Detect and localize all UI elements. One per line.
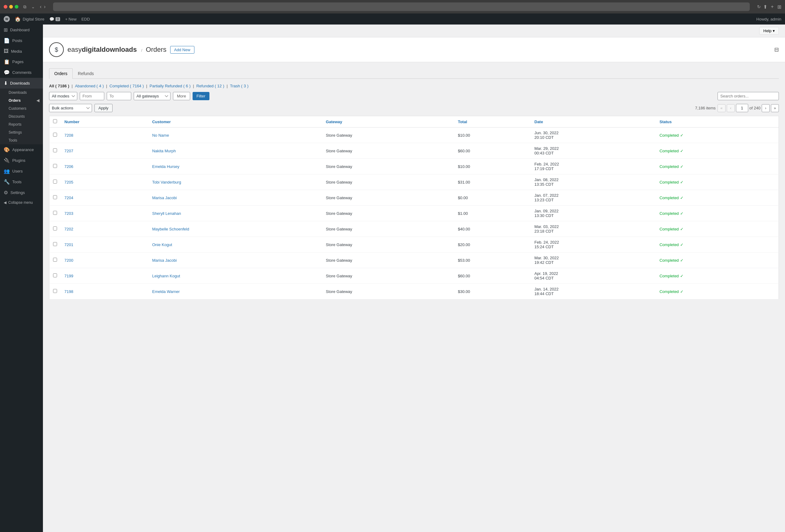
sidebar-item-users[interactable]: 👥 Users: [0, 166, 43, 177]
add-new-button[interactable]: Add New: [170, 46, 195, 54]
filter-button[interactable]: Filter: [193, 92, 209, 100]
col-header-date: Date: [531, 116, 656, 128]
row-checkbox[interactable]: [53, 211, 57, 215]
order-number-link[interactable]: 7208: [65, 133, 73, 138]
order-number-link[interactable]: 7199: [65, 274, 73, 278]
search-input[interactable]: [717, 92, 779, 100]
filter-all[interactable]: All (7186): [49, 84, 69, 88]
order-number-link[interactable]: 7207: [65, 149, 73, 153]
row-checkbox[interactable]: [53, 242, 57, 246]
filter-completed[interactable]: Completed (7164): [109, 84, 144, 88]
sidebar-sub-reports[interactable]: Reports: [0, 121, 43, 128]
customer-link[interactable]: Marisa Jacobi: [152, 258, 177, 263]
sidebar-sub-orders[interactable]: Orders ◀: [0, 97, 43, 105]
row-checkbox[interactable]: [53, 258, 57, 262]
customer-link[interactable]: Emelda Hursey: [152, 164, 179, 169]
sidebar-item-media[interactable]: 🖼 Media: [0, 46, 43, 56]
sidebar-item-downloads[interactable]: ⬇ Downloads: [0, 78, 43, 88]
filter-trash[interactable]: Trash (3): [230, 84, 248, 88]
current-page-input[interactable]: [736, 104, 748, 112]
wp-bar-site[interactable]: 🏠 Digital Store: [15, 16, 45, 22]
prev-page-button[interactable]: ‹: [727, 104, 735, 112]
row-checkbox[interactable]: [53, 180, 57, 184]
gateway-select[interactable]: All gateways Store Gateway PayPal Stripe: [134, 92, 171, 100]
sidebar-item-comments[interactable]: 💬 Comments: [0, 67, 43, 78]
row-checkbox[interactable]: [53, 289, 57, 293]
sidebar-sub-tools[interactable]: Tools: [0, 136, 43, 144]
sidebar-item-tools[interactable]: 🔧 Tools: [0, 177, 43, 187]
sidebar-item-appearance[interactable]: 🎨 Appearance: [0, 144, 43, 155]
sidebar-sub-downloads[interactable]: Downloads: [0, 88, 43, 97]
collapse-menu-button[interactable]: ◀ Collapse menu: [0, 198, 43, 207]
first-page-button[interactable]: «: [717, 104, 726, 112]
order-number-link[interactable]: 7200: [65, 258, 73, 263]
date-cell: Jan. 07, 202213:23 CDT: [531, 190, 656, 206]
filter-abandoned[interactable]: Abandoned (4): [75, 84, 104, 88]
row-checkbox[interactable]: [53, 148, 57, 152]
sidebar-item-pages[interactable]: 📋 Pages: [0, 56, 43, 67]
forward-button[interactable]: ›: [44, 4, 45, 9]
edd-brand-title: easydigitaldownloads / Orders: [68, 46, 167, 54]
customer-link[interactable]: Tobi Vanderburg: [152, 180, 181, 185]
row-checkbox[interactable]: [53, 273, 57, 277]
tab-orders[interactable]: Orders: [49, 68, 73, 79]
close-window-button[interactable]: [4, 5, 7, 8]
filter-partially-refunded[interactable]: Partially Refunded (6): [150, 84, 191, 88]
customer-link[interactable]: No Name: [152, 133, 169, 138]
customer-link[interactable]: Emelda Warner: [152, 289, 180, 294]
sidebar-sub-settings[interactable]: Settings: [0, 128, 43, 136]
filter-refunded[interactable]: Refunded (12): [196, 84, 224, 88]
order-number-link[interactable]: 7203: [65, 211, 73, 216]
customer-link[interactable]: Nakita Murph: [152, 149, 176, 153]
order-number-link[interactable]: 7202: [65, 227, 73, 231]
next-page-button[interactable]: ›: [762, 104, 770, 112]
customer-link[interactable]: Onie Kogut: [152, 242, 172, 247]
row-checkbox[interactable]: [53, 164, 57, 168]
date-from-input[interactable]: [80, 92, 104, 100]
back-button[interactable]: ‹: [40, 4, 42, 9]
last-page-button[interactable]: »: [771, 104, 779, 112]
order-number-link[interactable]: 7201: [65, 242, 73, 247]
sidebar-sub-discounts[interactable]: Discounts: [0, 112, 43, 121]
wp-bar-new[interactable]: + New: [65, 17, 76, 22]
sidebar-item-posts[interactable]: 📄 Posts: [0, 35, 43, 46]
select-all-checkbox[interactable]: [53, 119, 57, 123]
share-icon[interactable]: ⬆: [763, 4, 767, 10]
wp-bar-edd[interactable]: EDD: [81, 17, 90, 22]
wp-logo[interactable]: W: [4, 16, 10, 22]
sidebar-item-dashboard[interactable]: ⊞ Dashboard: [0, 25, 43, 35]
sidebar-item-settings[interactable]: ⚙ Settings: [0, 187, 43, 198]
help-button[interactable]: Help ▾: [759, 27, 779, 35]
customer-link[interactable]: Leighann Kogut: [152, 274, 180, 278]
customer-link[interactable]: Sheryll Lenahan: [152, 211, 181, 216]
row-checkbox[interactable]: [53, 195, 57, 199]
bulk-actions-select[interactable]: Bulk actions Delete: [49, 104, 92, 112]
date-to-input[interactable]: [107, 92, 131, 100]
mode-select[interactable]: All modes Live Test: [49, 92, 77, 100]
sidebar-item-plugins[interactable]: 🔌 Plugins: [0, 155, 43, 166]
address-bar[interactable]: [53, 2, 750, 11]
total-cell: $10.00: [454, 159, 531, 175]
tab-refunds[interactable]: Refunds: [73, 68, 99, 78]
order-number-link[interactable]: 7205: [65, 180, 73, 185]
more-button[interactable]: More: [173, 92, 190, 100]
minimize-window-button[interactable]: [9, 5, 13, 8]
order-number-link[interactable]: 7206: [65, 164, 73, 169]
row-checkbox[interactable]: [53, 133, 57, 137]
new-tab-icon[interactable]: +: [771, 4, 774, 10]
tab-chevron-icon[interactable]: ⌄: [31, 4, 35, 9]
sidebar-sub-customers[interactable]: Customers: [0, 105, 43, 112]
customer-link[interactable]: Marisa Jacobi: [152, 195, 177, 200]
table-row: 7202 Maybelle Schoenfeld Store Gateway $…: [49, 221, 779, 237]
order-number-link[interactable]: 7204: [65, 195, 73, 200]
apply-button[interactable]: Apply: [95, 104, 112, 112]
screen-options-icon[interactable]: ⊟: [774, 46, 779, 53]
maximize-window-button[interactable]: [15, 5, 18, 8]
refresh-button[interactable]: ↻: [757, 4, 761, 9]
customer-link[interactable]: Maybelle Schoenfeld: [152, 227, 189, 231]
wp-bar-comments[interactable]: 💬 0: [49, 17, 60, 22]
order-number-link[interactable]: 7198: [65, 289, 73, 294]
tab-switcher-icon[interactable]: ⧉: [23, 4, 26, 9]
grid-icon[interactable]: ⊞: [777, 4, 781, 10]
row-checkbox[interactable]: [53, 227, 57, 231]
